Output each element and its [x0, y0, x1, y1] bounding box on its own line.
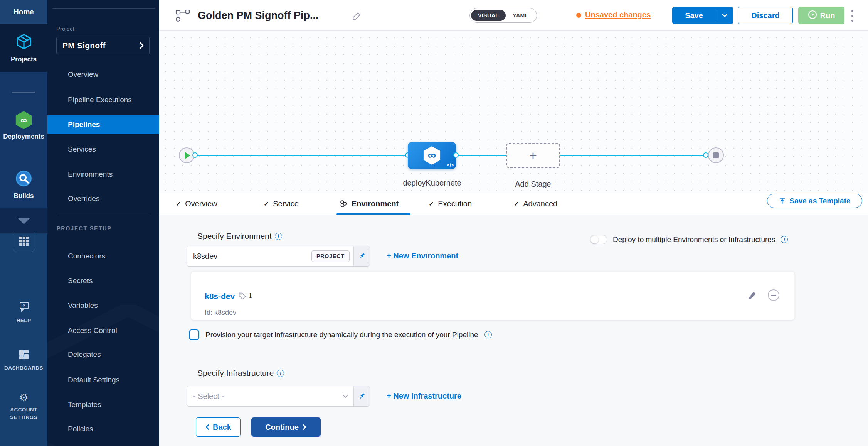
- info-icon[interactable]: i: [781, 236, 788, 243]
- nav-dashboards[interactable]: DASHBOARDS: [0, 349, 47, 372]
- multi-env-toggle[interactable]: [590, 235, 607, 244]
- sidebar-item-templates[interactable]: Templates: [47, 395, 159, 414]
- tab-environment[interactable]: Environment: [339, 193, 399, 215]
- check-icon: ✓: [514, 200, 519, 208]
- environment-card-name[interactable]: k8s-dev: [205, 292, 235, 301]
- deployments-cd-icon: ∞: [15, 111, 33, 129]
- check-icon: ✓: [176, 200, 181, 208]
- sidebar-item-policies[interactable]: Policies: [47, 420, 159, 438]
- link-dot: [703, 152, 708, 158]
- cd-stage-icon: ∞: [423, 146, 441, 165]
- start-play-icon: [185, 152, 190, 159]
- environment-input[interactable]: [187, 246, 311, 266]
- save-label[interactable]: Save: [672, 11, 716, 20]
- collapse-modules-icon[interactable]: [18, 218, 30, 224]
- infrastructure-select[interactable]: - Select -: [187, 386, 337, 406]
- module-rail: Home Projects ∞ Deployments Builds: [0, 0, 47, 446]
- save-button[interactable]: Save: [672, 7, 733, 24]
- sidebar-item-services[interactable]: Services: [47, 140, 159, 159]
- tab-environment-label: Environment: [352, 199, 399, 208]
- dashboards-label: DASHBOARDS: [4, 364, 43, 372]
- rail-divider: [12, 92, 35, 93]
- edit-title-icon[interactable]: [352, 11, 362, 22]
- pipeline-end-node[interactable]: [708, 147, 724, 163]
- new-environment-link[interactable]: + New Environment: [387, 252, 458, 260]
- upload-icon: [779, 197, 786, 204]
- environment-card-tags: 1: [238, 292, 252, 300]
- discard-button[interactable]: Discard: [738, 7, 793, 24]
- sidebar-item-connectors[interactable]: Connectors: [47, 247, 159, 265]
- sidebar-item-access-control[interactable]: Access Control: [47, 321, 159, 340]
- nav-home[interactable]: Home: [0, 0, 47, 24]
- chevron-right-icon: [140, 42, 144, 49]
- pin-button[interactable]: [353, 246, 370, 266]
- run-play-icon: [808, 10, 817, 21]
- chevron-left-icon: [205, 424, 209, 430]
- tab-advanced-label: Advanced: [523, 199, 557, 208]
- module-deployments[interactable]: ∞ Deployments: [0, 111, 47, 140]
- module-projects[interactable]: Projects: [0, 24, 47, 72]
- sidebar-item-overview[interactable]: Overview: [47, 65, 159, 84]
- pin-icon: [356, 391, 367, 402]
- chevron-right-icon: [303, 424, 307, 430]
- nav-help[interactable]: ? HELP: [0, 302, 47, 324]
- sidebar-item-variables[interactable]: Variables: [47, 296, 159, 315]
- visual-yaml-toggle[interactable]: VISUAL YAML: [469, 8, 537, 23]
- tab-service[interactable]: ✓ Service: [264, 193, 299, 215]
- sidebar-top-divider: [53, 8, 155, 9]
- scope-badge: PROJECT: [311, 250, 350, 262]
- tab-advanced[interactable]: ✓ Advanced: [514, 193, 557, 215]
- info-icon[interactable]: i: [275, 233, 282, 240]
- sidebar-item-secrets[interactable]: Secrets: [47, 272, 159, 290]
- module-deployments-label: Deployments: [3, 133, 44, 140]
- info-icon[interactable]: i: [484, 331, 492, 338]
- account-settings-label: ACCOUNT SETTINGS: [5, 406, 43, 421]
- edit-environment-icon[interactable]: [747, 290, 757, 302]
- back-button[interactable]: Back: [196, 417, 241, 437]
- sidebar-item-pipeline-executions[interactable]: Pipeline Executions: [47, 91, 159, 109]
- save-as-template-button[interactable]: Save as Template: [767, 194, 862, 208]
- save-dropdown-chevron-icon[interactable]: [716, 14, 733, 17]
- project-selector[interactable]: PM Signoff: [56, 37, 150, 54]
- pin-button[interactable]: [353, 386, 370, 406]
- module-projects-label: Projects: [11, 56, 37, 63]
- sidebar-item-overrides[interactable]: Overrides: [47, 189, 159, 208]
- sidebar-item-environments[interactable]: Environments: [47, 165, 159, 184]
- tab-service-label: Service: [273, 199, 299, 208]
- unsaved-dot-icon: [576, 13, 581, 18]
- stage-code-icon: </>: [447, 162, 454, 168]
- run-label: Run: [820, 11, 835, 20]
- provision-row: Provision your target infrastructure dyn…: [189, 329, 492, 340]
- pipeline-title: Golden PM Signoff Pip...: [198, 10, 318, 22]
- nav-account-settings[interactable]: ⚙ ACCOUNT SETTINGS: [0, 393, 47, 421]
- new-infrastructure-link[interactable]: + New Infrastructure: [387, 392, 461, 400]
- pipeline-canvas[interactable]: ∞ </> deployKubernetes + Add Stage + −: [159, 31, 868, 193]
- rail-collapse-band: [0, 208, 47, 233]
- provision-checkbox[interactable]: [189, 329, 199, 340]
- check-icon: ✓: [264, 200, 269, 208]
- toggle-yaml[interactable]: YAML: [506, 10, 535, 21]
- sidebar-item-default-settings[interactable]: Default Settings: [47, 371, 159, 389]
- unsaved-changes-link[interactable]: Unsaved changes: [585, 10, 651, 19]
- stage-deploy-kubernetes[interactable]: ∞ </>: [408, 142, 456, 169]
- environment-form: Specify Environment i Deploy to multiple…: [159, 215, 868, 446]
- environment-card-id: Id: k8sdev: [205, 309, 236, 317]
- info-icon[interactable]: i: [277, 370, 284, 377]
- add-stage-button[interactable]: +: [506, 143, 560, 168]
- remove-environment-icon[interactable]: [768, 289, 779, 301]
- module-builds[interactable]: Builds: [0, 170, 47, 200]
- environment-card: k8s-dev 1 Id: k8sdev: [191, 271, 795, 320]
- environment-input-group: PROJECT: [187, 246, 370, 267]
- run-button[interactable]: Run: [798, 7, 844, 24]
- chevron-down-icon[interactable]: [337, 386, 353, 406]
- continue-button[interactable]: Continue: [251, 417, 321, 437]
- more-options-kebab-icon[interactable]: [848, 9, 856, 22]
- projects-cube-icon: [15, 33, 33, 52]
- toggle-visual[interactable]: VISUAL: [471, 10, 506, 21]
- tab-overview[interactable]: ✓ Overview: [176, 193, 217, 215]
- sidebar-item-pipelines[interactable]: Pipelines: [47, 115, 159, 134]
- module-builds-label: Builds: [14, 192, 34, 200]
- sidebar-item-delegates[interactable]: Delegates: [47, 345, 159, 364]
- tab-execution[interactable]: ✓ Execution: [429, 193, 472, 215]
- module-picker-button[interactable]: [13, 232, 35, 252]
